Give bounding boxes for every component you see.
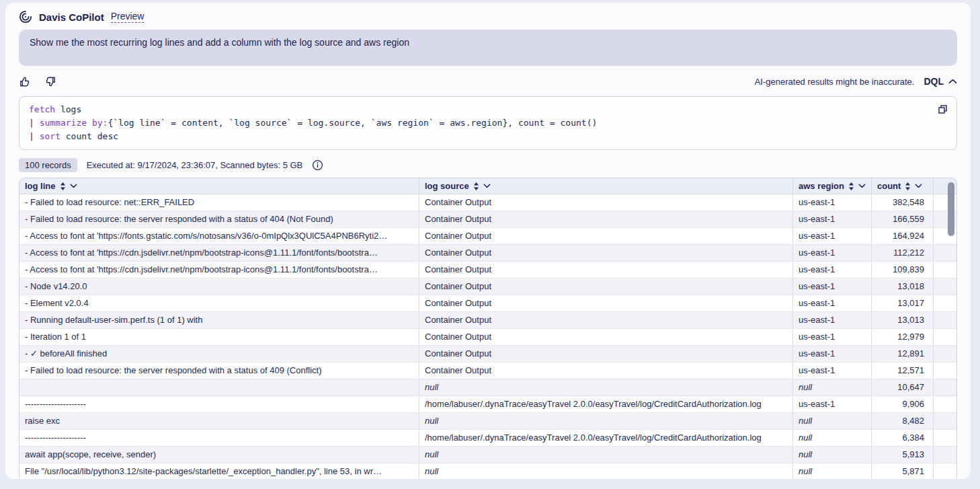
sort-icon[interactable] <box>905 182 911 190</box>
sort-icon[interactable] <box>473 182 479 190</box>
cell-count: 109,839 <box>871 262 933 278</box>
cell-count: 9,906 <box>871 396 933 412</box>
cell-log-source: /home/labuser/.dynaTrace/easyTravel 2.0.… <box>419 396 792 412</box>
table-row[interactable]: - Failed to load resource: the server re… <box>19 211 956 228</box>
table-row[interactable]: - ✓ beforeAll finishedContainer Outputus… <box>19 346 956 363</box>
cell-log-line: - Access to font at 'https://fonts.gstat… <box>19 228 419 244</box>
table-row[interactable]: - Node v14.20.0Container Outputus-east-1… <box>19 278 956 295</box>
cell-count: 12,891 <box>871 346 933 362</box>
column-header-log-line[interactable]: log line <box>19 178 419 194</box>
dql-collapse-toggle[interactable]: DQL <box>924 76 957 87</box>
sort-icon[interactable] <box>848 182 854 190</box>
table-row[interactable]: - Iteration 1 of 1Container Outputus-eas… <box>19 329 956 346</box>
cell-log-line: - Failed to load resource: net::ERR_FAIL… <box>19 194 419 211</box>
execution-info: Executed at: 9/17/2024, 23:36:07, Scanne… <box>87 160 303 170</box>
dql-query: fetch logs| summarize by:{`log line` = c… <box>29 103 927 143</box>
cell-filler <box>933 346 956 362</box>
cell-aws-region: null <box>792 413 871 429</box>
cell-log-source: Container Output <box>419 211 792 227</box>
chevron-down-icon[interactable] <box>858 184 866 188</box>
cell-log-source: Container Output <box>419 363 792 379</box>
cell-filler <box>933 430 956 446</box>
preview-link[interactable]: Preview <box>111 11 145 23</box>
cell-count: 112,212 <box>871 245 933 261</box>
cell-log-source: Container Output <box>419 245 792 261</box>
column-header-log-source[interactable]: log source <box>419 178 792 194</box>
cell-aws-region: null <box>792 463 871 479</box>
feedback-row: AI-generated results might be inaccurate… <box>19 74 957 89</box>
cell-count: 13,013 <box>871 312 933 328</box>
chevron-down-icon[interactable] <box>915 184 922 188</box>
cell-filler <box>933 363 956 379</box>
cell-count: 13,017 <box>871 295 933 311</box>
cell-log-source: Container Output <box>419 312 792 328</box>
cell-log-line: - ✓ beforeAll finished <box>19 346 419 362</box>
cell-log-line: await app(scope, receive, sender) <box>19 447 419 463</box>
cell-aws-region: us-east-1 <box>792 278 871 295</box>
cell-log-line: --------------------- <box>19 396 419 412</box>
thumbs-down-icon[interactable] <box>44 75 56 88</box>
cell-log-source: Container Output <box>419 194 792 211</box>
cell-log-source: /home/labuser/.dynaTrace/easyTravel 2.0.… <box>419 430 792 446</box>
cell-count: 12,979 <box>871 329 933 345</box>
cell-aws-region: null <box>792 430 871 446</box>
table-header-row: log line log source <box>19 178 956 194</box>
davis-copilot-icon <box>19 10 32 24</box>
table-row[interactable]: - Access to font at 'https://cdn.jsdeliv… <box>19 262 956 278</box>
cell-log-source: Container Output <box>419 262 792 278</box>
dql-code-block: fetch logs| summarize by:{`log line` = c… <box>19 96 957 150</box>
table-row[interactable]: - Access to font at 'https://cdn.jsdeliv… <box>19 245 956 262</box>
table-body: - Failed to load resource: net::ERR_FAIL… <box>19 194 956 479</box>
cell-filler <box>933 245 956 261</box>
table-row[interactable]: - Access to font at 'https://fonts.gstat… <box>19 228 956 245</box>
cell-filler <box>933 447 956 463</box>
cell-count: 166,559 <box>871 211 933 227</box>
cell-aws-region: us-east-1 <box>792 312 871 328</box>
cell-count: 8,482 <box>871 413 933 429</box>
cell-count: 10,647 <box>871 379 933 396</box>
cell-aws-region: null <box>792 379 871 396</box>
cell-aws-region: null <box>792 447 871 463</box>
cell-filler <box>933 463 956 479</box>
cell-log-line: - Access to font at 'https://cdn.jsdeliv… <box>19 262 419 278</box>
column-header-aws-region[interactable]: aws region <box>792 178 871 194</box>
cell-log-line: - Failed to load resource: the server re… <box>19 363 419 379</box>
page-title: Davis CoPilot <box>39 11 104 23</box>
cell-log-line: --------------------- <box>19 430 419 446</box>
chevron-down-icon[interactable] <box>483 184 491 188</box>
cell-log-line: - Node v14.20.0 <box>19 278 419 295</box>
records-count-badge: 100 records <box>19 158 77 172</box>
cell-aws-region: us-east-1 <box>792 211 871 227</box>
table-row[interactable]: - Element v2.0.4Container Outputus-east-… <box>19 295 956 312</box>
cell-count: 5,871 <box>871 463 933 479</box>
cell-count: 6,384 <box>871 430 933 446</box>
cell-log-line: File "/usr/local/lib/python3.12/site-pac… <box>19 463 419 479</box>
table-row[interactable]: - Failed to load resource: the server re… <box>19 363 956 379</box>
cell-log-source: Container Output <box>419 346 792 362</box>
table-row[interactable]: - Running default-user-sim.perf.ts (1 of… <box>19 312 956 329</box>
cell-count: 164,924 <box>871 228 933 244</box>
copy-icon[interactable] <box>937 104 948 118</box>
info-icon[interactable] <box>312 159 323 171</box>
table-row[interactable]: ---------------------/home/labuser/.dyna… <box>19 396 956 413</box>
table-row[interactable]: raise excnullnull8,482 <box>19 413 956 430</box>
cell-log-line: - Element v2.0.4 <box>19 295 419 311</box>
thumbs-up-icon[interactable] <box>19 75 32 88</box>
cell-filler <box>933 312 956 328</box>
sort-icon[interactable] <box>60 182 66 190</box>
cell-aws-region: us-east-1 <box>792 262 871 278</box>
table-row[interactable]: await app(scope, receive, sender)nullnul… <box>19 447 956 463</box>
cell-log-source: null <box>419 379 792 396</box>
cell-aws-region: us-east-1 <box>792 245 871 261</box>
cell-aws-region: us-east-1 <box>792 228 871 244</box>
table-row[interactable]: - Failed to load resource: net::ERR_FAIL… <box>19 194 956 211</box>
vertical-scrollbar[interactable] <box>948 182 954 236</box>
cell-count: 5,913 <box>871 447 933 463</box>
table-row[interactable]: File "/usr/local/lib/python3.12/site-pac… <box>19 463 956 479</box>
cell-filler <box>933 396 956 412</box>
cell-aws-region: us-east-1 <box>792 396 871 412</box>
table-row[interactable]: nullnull10,647 <box>19 379 956 396</box>
table-row[interactable]: ---------------------/home/labuser/.dyna… <box>19 430 956 447</box>
column-header-count[interactable]: count <box>871 178 933 194</box>
chevron-down-icon[interactable] <box>70 184 77 188</box>
